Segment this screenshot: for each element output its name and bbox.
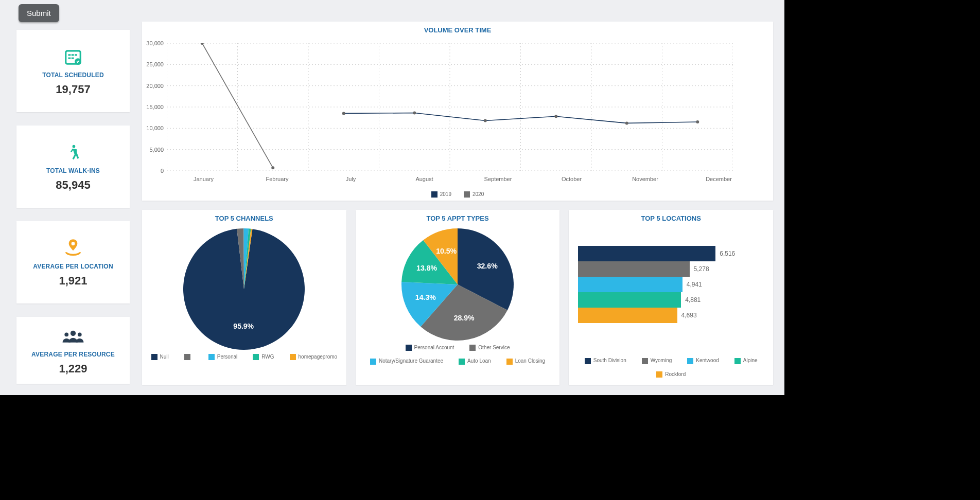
legend-item: Auto Loan bbox=[459, 358, 491, 364]
legend-item: Other Service bbox=[469, 345, 510, 351]
svg-point-8 bbox=[72, 242, 75, 245]
metric-label: AVERAGE PER RESOURCE bbox=[31, 351, 115, 358]
people-group-icon bbox=[61, 325, 85, 347]
legend-item: Personal Account bbox=[406, 345, 454, 351]
axis-tick: October bbox=[562, 176, 582, 182]
metric-avg-per-location: AVERAGE PER LOCATION 1,921 bbox=[16, 221, 130, 303]
walking-person-icon bbox=[64, 141, 82, 163]
svg-point-31 bbox=[554, 115, 557, 118]
location-pin-icon bbox=[63, 237, 83, 259]
chart-top5-appt-types[interactable]: TOP 5 APPT TYPES 32.6%28.9%14.3%13.8%10.… bbox=[356, 210, 560, 385]
legend-item bbox=[184, 354, 193, 360]
bar-value: 4,881 bbox=[685, 296, 701, 303]
legend-item: 2019 bbox=[431, 191, 451, 198]
legend-item: Kentwood bbox=[687, 358, 719, 364]
axis-tick: 5,000 bbox=[149, 147, 164, 153]
svg-point-30 bbox=[484, 119, 487, 122]
chart-top5-channels[interactable]: TOP 5 CHANNELS 95.9% NullPersonalRWGhome… bbox=[142, 210, 346, 385]
legend-item: Notary/Signature Guarantee bbox=[370, 358, 443, 364]
metric-value: 1,229 bbox=[59, 362, 87, 376]
svg-point-32 bbox=[625, 121, 628, 124]
metrics-sidebar: TOTAL SCHEDULED 19,757 TOTAL WALK-INS 85… bbox=[6, 22, 130, 387]
svg-rect-3 bbox=[75, 54, 77, 56]
bar-row: 4,693 bbox=[578, 308, 764, 323]
bar bbox=[578, 246, 715, 261]
svg-point-10 bbox=[64, 333, 68, 337]
bar-row: 5,278 bbox=[578, 261, 764, 277]
chart-title: VOLUME OVER TIME bbox=[142, 22, 773, 36]
metric-label: TOTAL SCHEDULED bbox=[42, 72, 104, 79]
axis-tick: 20,000 bbox=[146, 83, 164, 89]
axis-tick: 15,000 bbox=[146, 104, 164, 110]
chart-legend: 20192020 bbox=[142, 191, 773, 198]
legend-item: Rockford bbox=[656, 371, 686, 378]
svg-point-11 bbox=[78, 333, 82, 337]
bar-row: 6,516 bbox=[578, 246, 764, 261]
legend-item: Null bbox=[151, 354, 169, 360]
svg-point-28 bbox=[342, 112, 345, 115]
bar bbox=[578, 261, 689, 277]
bar-value: 4,941 bbox=[687, 281, 702, 288]
chart-title: TOP 5 APPT TYPES bbox=[356, 210, 560, 224]
axis-tick: 0 bbox=[161, 168, 164, 174]
axis-tick: July bbox=[346, 176, 356, 182]
axis-tick: September bbox=[484, 176, 512, 182]
chart-title: TOP 5 CHANNELS bbox=[142, 210, 346, 224]
bar bbox=[578, 292, 681, 308]
axis-tick: 10,000 bbox=[146, 125, 164, 131]
svg-point-35 bbox=[271, 166, 274, 169]
svg-rect-2 bbox=[72, 54, 74, 56]
chart-volume-over-time[interactable]: VOLUME OVER TIME 05,00010,00015,00020,00… bbox=[142, 22, 773, 201]
legend-item: RWG bbox=[253, 354, 274, 360]
axis-tick: January bbox=[194, 176, 214, 182]
svg-point-9 bbox=[71, 331, 76, 336]
chart-legend: NullPersonalRWGhomepagepromo bbox=[142, 351, 346, 363]
legend-item: 2020 bbox=[464, 191, 484, 198]
metric-value: 19,757 bbox=[56, 83, 90, 96]
chart-legend: South DivisionWyomingKentwoodAlpineRockf… bbox=[569, 354, 773, 381]
bar-value: 5,278 bbox=[694, 265, 709, 273]
pie-slice-label: 13.8% bbox=[416, 264, 437, 272]
svg-rect-5 bbox=[72, 58, 74, 59]
axis-tick: 30,000 bbox=[146, 40, 164, 46]
svg-point-33 bbox=[696, 120, 699, 123]
legend-item: homepagepromo bbox=[290, 354, 338, 360]
metric-value: 1,921 bbox=[59, 274, 87, 288]
submit-button[interactable]: Submit bbox=[19, 4, 59, 22]
pie-slice-label: 95.9% bbox=[234, 322, 254, 330]
svg-point-7 bbox=[73, 145, 76, 148]
bar bbox=[578, 308, 677, 323]
chart-title: TOP 5 LOCATIONS bbox=[569, 210, 773, 224]
bar-value: 4,693 bbox=[681, 312, 697, 319]
axis-tick: November bbox=[632, 176, 658, 182]
metric-total-scheduled: TOTAL SCHEDULED 19,757 bbox=[16, 30, 130, 112]
pie-slice-label: 14.3% bbox=[415, 293, 436, 301]
axis-tick: December bbox=[706, 176, 732, 182]
svg-rect-4 bbox=[68, 58, 71, 59]
chart-top5-locations[interactable]: TOP 5 LOCATIONS 6,5165,2784,9414,8814,69… bbox=[569, 210, 773, 385]
metric-total-walkins: TOTAL WALK-INS 85,945 bbox=[16, 126, 130, 208]
bar-row: 4,881 bbox=[578, 292, 764, 308]
axis-tick: August bbox=[415, 176, 433, 182]
svg-point-29 bbox=[413, 112, 416, 115]
metric-avg-per-resource: AVERAGE PER RESOURCE 1,229 bbox=[16, 317, 130, 384]
legend-item: Personal bbox=[208, 354, 237, 360]
legend-item: South Division bbox=[585, 358, 626, 364]
pie-slice-label: 28.9% bbox=[454, 314, 475, 322]
pie-slice-label: 10.5% bbox=[436, 247, 457, 255]
metric-label: TOTAL WALK-INS bbox=[46, 167, 100, 174]
pie-slice-label: 32.6% bbox=[477, 262, 498, 270]
legend-item: Alpine bbox=[734, 358, 758, 364]
axis-tick: February bbox=[266, 176, 288, 182]
bar-value: 6,516 bbox=[720, 250, 735, 257]
bar bbox=[578, 277, 682, 292]
metric-value: 85,945 bbox=[56, 178, 90, 192]
calendar-check-icon bbox=[62, 46, 84, 67]
axis-tick: 25,000 bbox=[146, 61, 164, 67]
legend-item: Loan Closing bbox=[506, 358, 545, 364]
metric-label: AVERAGE PER LOCATION bbox=[33, 263, 113, 270]
chart-legend: Personal AccountOther ServiceNotary/Sign… bbox=[356, 342, 560, 368]
bar-row: 4,941 bbox=[578, 277, 764, 292]
svg-rect-1 bbox=[68, 54, 71, 56]
legend-item: Wyoming bbox=[642, 358, 672, 364]
